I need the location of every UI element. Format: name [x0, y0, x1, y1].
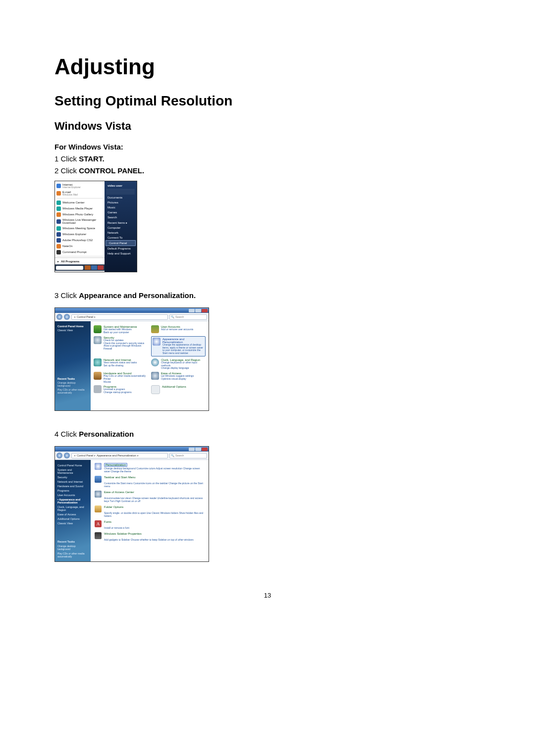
all-programs-button[interactable]: ▸All Programs [55, 257, 105, 264]
category-sublink[interactable]: Mouse [104, 381, 146, 384]
category-sublink[interactable]: Back up your computer [104, 331, 137, 334]
sidebar-link[interactable]: Programs [57, 488, 88, 493]
sidebar-recent-link[interactable]: Change desktop background [57, 544, 88, 551]
breadcrumb-part[interactable]: Control Panel [77, 454, 93, 457]
start-right-item[interactable]: Control Panel [106, 240, 136, 246]
sidebar-link[interactable]: User Accounts [57, 493, 88, 497]
control-panel-category[interactable]: System and MaintenanceGet started with W… [94, 325, 148, 334]
category-heading[interactable]: Folder Options [104, 505, 205, 508]
start-right-item[interactable]: Pictures [105, 200, 137, 205]
sidebar-link[interactable]: System and Maintenance [57, 467, 88, 475]
sidebar-link[interactable]: Hardware and Sound [57, 484, 88, 488]
category-heading[interactable]: Additional Options [162, 385, 186, 388]
start-menu-item[interactable]: Welcome Center [55, 200, 105, 205]
control-panel-category[interactable]: Network and InternetView network status … [94, 358, 148, 370]
breadcrumb-part[interactable]: ▸ [74, 454, 76, 457]
search-input[interactable]: 🔍 Search [169, 453, 207, 458]
sidebar-link[interactable]: Ease of Access [57, 512, 88, 516]
category-sublinks[interactable]: Customize the Start menu Customize icons… [104, 482, 203, 488]
start-right-item[interactable]: Network [105, 230, 137, 235]
category-sublinks[interactable]: Accommodate low vision Change screen rea… [104, 497, 203, 503]
category-heading[interactable]: Fonts [104, 520, 129, 523]
start-menu-item[interactable]: NateOn [55, 243, 105, 249]
close-button[interactable] [202, 309, 208, 312]
start-right-item[interactable]: Music [105, 205, 137, 210]
control-panel-category[interactable]: ProgramsUninstall a programChange startu… [94, 385, 148, 394]
start-menu-item[interactable]: Adobe Photoshop CS2 [55, 237, 105, 243]
sidebar-link[interactable]: Control Panel Home [57, 463, 88, 467]
control-panel-category[interactable]: Additional Options [151, 385, 206, 394]
appearance-category[interactable]: PersonalizationChange desktop background… [95, 463, 205, 473]
category-heading[interactable]: Ease of Access Center [104, 491, 205, 494]
category-sublink[interactable]: Set up file sharing [104, 364, 137, 367]
breadcrumb-part[interactable]: ▸ [94, 454, 96, 457]
power-button[interactable] [98, 265, 104, 270]
start-right-item[interactable]: Help and Support [105, 251, 137, 256]
search-input[interactable]: 🔍 Search [169, 314, 207, 320]
start-menu-item[interactable]: Windows Explorer [55, 231, 105, 237]
appearance-category[interactable]: Folder OptionsSpecify single- or double-… [95, 505, 205, 517]
category-sublink[interactable]: Change display language [161, 367, 206, 370]
category-heading[interactable]: Personalization [104, 463, 127, 467]
category-sublink[interactable]: Optimize visual display [161, 378, 194, 381]
start-menu-item[interactable]: E-mailWindows Mail [55, 190, 105, 197]
start-menu-item[interactable]: Windows Photo Gallery [55, 211, 105, 217]
sidebar-link[interactable]: Security [57, 475, 88, 479]
sidebar-link[interactable]: Clock, Language, and Region [57, 504, 88, 512]
start-right-item[interactable]: Games [105, 210, 137, 215]
nav-back-button[interactable]: ‹ [56, 314, 62, 320]
start-right-item[interactable]: Search [105, 215, 137, 220]
nav-back-button[interactable]: ‹ [56, 453, 62, 458]
maximize-button[interactable] [195, 448, 201, 451]
appearance-category[interactable]: Ease of Access CenterAccommodate low vis… [95, 491, 205, 503]
minimize-button[interactable] [189, 448, 195, 451]
start-search-input[interactable] [56, 266, 83, 270]
nav-forward-button[interactable]: › [64, 314, 70, 320]
close-button[interactable] [202, 448, 208, 451]
appearance-category[interactable]: AFontsInstall or remove a font [95, 520, 205, 529]
start-menu-item[interactable]: Windows Live Messenger Download [55, 217, 105, 225]
control-panel-category[interactable]: User AccountsAdd or remove user accounts [151, 325, 206, 334]
sidebar-link[interactable]: Appearance and Personalization [57, 497, 88, 504]
category-sublink[interactable]: Allow a program through Windows Firewall [104, 345, 148, 351]
category-sublink[interactable]: Change startup programs [104, 391, 132, 394]
control-panel-category[interactable]: Clock, Language, and RegionChange keyboa… [151, 358, 206, 370]
maximize-button[interactable] [195, 309, 201, 312]
appearance-category[interactable]: Taskbar and Start MenuCustomize the Star… [95, 476, 205, 488]
sidebar-recent-1[interactable]: Change desktop background [57, 381, 88, 388]
control-panel-category[interactable]: SecurityCheck for updatesCheck this comp… [94, 336, 148, 356]
category-sublinks[interactable]: Change desktop background Customize colo… [104, 467, 200, 473]
breadcrumb-part[interactable]: ▸ [74, 315, 76, 318]
sidebar-link[interactable]: Classic View [57, 521, 88, 525]
breadcrumb-part[interactable]: Appearance and Personalization [97, 454, 136, 457]
start-right-item[interactable]: Default Programs [105, 246, 137, 251]
sidebar-home[interactable]: Control Panel Home [57, 324, 88, 328]
start-right-item[interactable]: Documents [105, 195, 137, 200]
sidebar-link[interactable]: Network and Internet [57, 479, 88, 484]
start-menu-item[interactable]: Windows Meeting Space [55, 225, 105, 231]
start-right-item[interactable]: Recent Items ▸ [105, 220, 137, 225]
sidebar-recent-2[interactable]: Play CDs or other media automatically [57, 388, 88, 395]
breadcrumb-part[interactable]: Control Panel [77, 315, 93, 318]
category-sublink[interactable]: Add or remove user accounts [161, 328, 193, 331]
start-menu-item[interactable]: Command Prompt [55, 249, 105, 255]
category-sublinks[interactable]: Specify single- or double-click to open … [104, 511, 203, 517]
category-heading[interactable]: Windows Sidebar Properties [104, 532, 194, 535]
category-heading[interactable]: Taskbar and Start Menu [104, 476, 205, 479]
sidebar-recent-link[interactable]: Play CDs or other media automatically [57, 551, 88, 558]
breadcrumb-part[interactable]: ▸ [137, 454, 139, 457]
breadcrumb[interactable]: ▸Control Panel▸Appearance and Personaliz… [71, 453, 168, 458]
category-sublink[interactable]: Change the appearance of desktop items, … [162, 344, 204, 355]
breadcrumb[interactable]: ▸Control Panel▸ [71, 314, 168, 320]
appearance-category[interactable]: Windows Sidebar PropertiesAdd gadgets to… [95, 532, 205, 541]
start-right-item[interactable]: Computer [105, 225, 137, 230]
control-panel-category[interactable]: Appearance and PersonalizationChange the… [151, 336, 206, 356]
control-panel-category[interactable]: Ease of AccessLet Windows suggest settin… [151, 372, 206, 383]
start-menu-item[interactable]: Windows Media Player [55, 205, 105, 211]
sidebar-link[interactable]: Additional Options [57, 516, 88, 521]
category-sublinks[interactable]: Install or remove a font [104, 526, 129, 529]
nav-forward-button[interactable]: › [64, 453, 70, 458]
sidebar-classic-view[interactable]: Classic View [57, 328, 88, 332]
minimize-button[interactable] [189, 309, 195, 312]
start-menu-item[interactable]: InternetInternet Explorer [55, 182, 105, 190]
